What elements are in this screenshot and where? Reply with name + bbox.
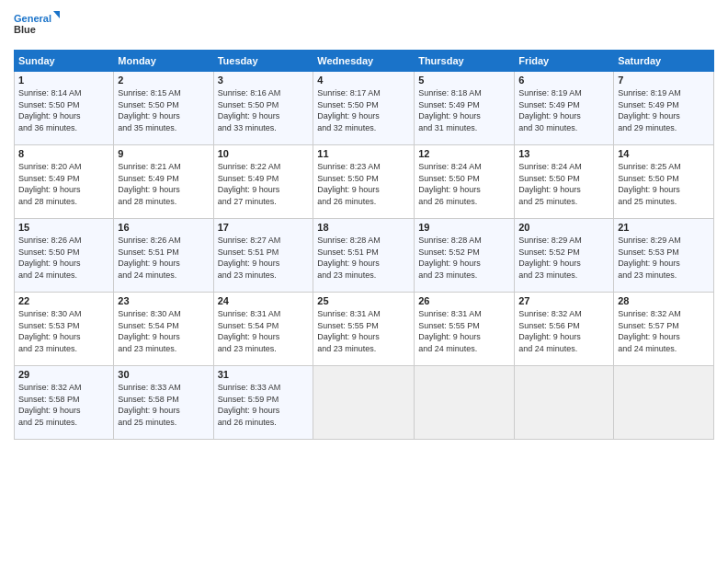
day-number: 26 [418, 295, 510, 306]
day-number: 10 [218, 148, 310, 159]
day-info: Sunrise: 8:32 AM Sunset: 5:58 PM Dayligh… [18, 382, 109, 428]
day-number: 30 [118, 369, 209, 380]
calendar-cell: 26Sunrise: 8:31 AM Sunset: 5:55 PM Dayli… [415, 293, 515, 366]
day-info: Sunrise: 8:27 AM Sunset: 5:51 PM Dayligh… [218, 235, 310, 281]
day-number: 16 [118, 222, 209, 233]
calendar-cell: 19Sunrise: 8:28 AM Sunset: 5:52 PM Dayli… [415, 219, 515, 293]
day-number: 3 [218, 75, 310, 86]
calendar-cell: 25Sunrise: 8:31 AM Sunset: 5:55 PM Dayli… [313, 293, 415, 366]
day-info: Sunrise: 8:19 AM Sunset: 5:49 PM Dayligh… [518, 87, 609, 133]
day-info: Sunrise: 8:25 AM Sunset: 5:50 PM Dayligh… [618, 161, 710, 207]
calendar-cell: 30Sunrise: 8:33 AM Sunset: 5:58 PM Dayli… [114, 366, 213, 440]
day-info: Sunrise: 8:21 AM Sunset: 5:49 PM Dayligh… [118, 161, 209, 207]
calendar-cell: 11Sunrise: 8:23 AM Sunset: 5:50 PM Dayli… [313, 145, 415, 219]
day-info: Sunrise: 8:15 AM Sunset: 5:50 PM Dayligh… [118, 87, 209, 133]
day-info: Sunrise: 8:29 AM Sunset: 5:52 PM Dayligh… [518, 235, 609, 281]
day-info: Sunrise: 8:17 AM Sunset: 5:50 PM Dayligh… [317, 87, 410, 133]
calendar-cell: 16Sunrise: 8:26 AM Sunset: 5:51 PM Dayli… [114, 219, 213, 293]
day-info: Sunrise: 8:18 AM Sunset: 5:49 PM Dayligh… [418, 87, 510, 133]
calendar-cell [313, 366, 415, 440]
calendar-cell: 18Sunrise: 8:28 AM Sunset: 5:51 PM Dayli… [313, 219, 415, 293]
calendar-cell [515, 366, 614, 440]
calendar-cell [614, 366, 714, 440]
logo-svg: General Blue [14, 9, 60, 42]
day-number: 25 [317, 295, 410, 306]
day-info: Sunrise: 8:33 AM Sunset: 5:58 PM Dayligh… [118, 382, 209, 428]
calendar-week-4: 22Sunrise: 8:30 AM Sunset: 5:53 PM Dayli… [15, 293, 714, 366]
calendar-cell: 28Sunrise: 8:32 AM Sunset: 5:57 PM Dayli… [614, 293, 714, 366]
day-info: Sunrise: 8:28 AM Sunset: 5:51 PM Dayligh… [317, 235, 410, 281]
day-info: Sunrise: 8:30 AM Sunset: 5:54 PM Dayligh… [118, 308, 209, 354]
svg-text:General: General [14, 13, 51, 24]
day-number: 20 [518, 222, 609, 233]
day-number: 29 [18, 369, 109, 380]
calendar-cell: 29Sunrise: 8:32 AM Sunset: 5:58 PM Dayli… [15, 366, 114, 440]
col-header-tuesday: Tuesday [213, 51, 313, 72]
day-info: Sunrise: 8:28 AM Sunset: 5:52 PM Dayligh… [418, 235, 510, 281]
day-number: 24 [218, 295, 310, 306]
day-number: 13 [518, 148, 609, 159]
day-number: 6 [518, 75, 609, 86]
day-number: 12 [418, 148, 510, 159]
calendar-week-5: 29Sunrise: 8:32 AM Sunset: 5:58 PM Dayli… [15, 366, 714, 440]
calendar-cell: 21Sunrise: 8:29 AM Sunset: 5:53 PM Dayli… [614, 219, 714, 293]
day-number: 15 [18, 222, 109, 233]
day-info: Sunrise: 8:30 AM Sunset: 5:53 PM Dayligh… [18, 308, 109, 354]
calendar-header-row: SundayMondayTuesdayWednesdayThursdayFrid… [15, 51, 714, 72]
calendar-cell: 22Sunrise: 8:30 AM Sunset: 5:53 PM Dayli… [15, 293, 114, 366]
day-info: Sunrise: 8:22 AM Sunset: 5:49 PM Dayligh… [218, 161, 310, 207]
day-info: Sunrise: 8:26 AM Sunset: 5:50 PM Dayligh… [18, 235, 109, 281]
day-info: Sunrise: 8:32 AM Sunset: 5:57 PM Dayligh… [618, 308, 710, 354]
calendar-cell: 14Sunrise: 8:25 AM Sunset: 5:50 PM Dayli… [614, 145, 714, 219]
logo: General Blue [14, 9, 60, 42]
day-number: 18 [317, 222, 410, 233]
calendar-cell: 17Sunrise: 8:27 AM Sunset: 5:51 PM Dayli… [213, 219, 313, 293]
calendar-cell: 20Sunrise: 8:29 AM Sunset: 5:52 PM Dayli… [515, 219, 614, 293]
svg-text:Blue: Blue [14, 24, 36, 35]
calendar-cell: 24Sunrise: 8:31 AM Sunset: 5:54 PM Dayli… [213, 293, 313, 366]
calendar-cell: 9Sunrise: 8:21 AM Sunset: 5:49 PM Daylig… [114, 145, 213, 219]
day-info: Sunrise: 8:26 AM Sunset: 5:51 PM Dayligh… [118, 235, 209, 281]
day-info: Sunrise: 8:14 AM Sunset: 5:50 PM Dayligh… [18, 87, 109, 133]
day-info: Sunrise: 8:19 AM Sunset: 5:49 PM Dayligh… [618, 87, 710, 133]
col-header-wednesday: Wednesday [313, 51, 415, 72]
calendar-cell: 7Sunrise: 8:19 AM Sunset: 5:49 PM Daylig… [614, 72, 714, 145]
day-number: 28 [618, 295, 710, 306]
day-number: 4 [317, 75, 410, 86]
day-info: Sunrise: 8:24 AM Sunset: 5:50 PM Dayligh… [418, 161, 510, 207]
calendar-cell: 2Sunrise: 8:15 AM Sunset: 5:50 PM Daylig… [114, 72, 213, 145]
calendar-cell: 5Sunrise: 8:18 AM Sunset: 5:49 PM Daylig… [415, 72, 515, 145]
day-info: Sunrise: 8:31 AM Sunset: 5:55 PM Dayligh… [418, 308, 510, 354]
day-number: 8 [18, 148, 109, 159]
col-header-friday: Friday [515, 51, 614, 72]
calendar-cell: 8Sunrise: 8:20 AM Sunset: 5:49 PM Daylig… [15, 145, 114, 219]
calendar-cell: 13Sunrise: 8:24 AM Sunset: 5:50 PM Dayli… [515, 145, 614, 219]
col-header-sunday: Sunday [15, 51, 114, 72]
day-number: 31 [218, 369, 310, 380]
page-container: General Blue SundayMondayTuesdayWednesda… [0, 0, 728, 563]
day-info: Sunrise: 8:20 AM Sunset: 5:49 PM Dayligh… [18, 161, 109, 207]
calendar-cell: 3Sunrise: 8:16 AM Sunset: 5:50 PM Daylig… [213, 72, 313, 145]
calendar-cell: 6Sunrise: 8:19 AM Sunset: 5:49 PM Daylig… [515, 72, 614, 145]
calendar-cell [415, 366, 515, 440]
day-number: 9 [118, 148, 209, 159]
calendar-cell: 31Sunrise: 8:33 AM Sunset: 5:59 PM Dayli… [213, 366, 313, 440]
day-number: 17 [218, 222, 310, 233]
calendar-cell: 1Sunrise: 8:14 AM Sunset: 5:50 PM Daylig… [15, 72, 114, 145]
day-number: 22 [18, 295, 109, 306]
day-info: Sunrise: 8:24 AM Sunset: 5:50 PM Dayligh… [518, 161, 609, 207]
day-number: 19 [418, 222, 510, 233]
day-number: 5 [418, 75, 510, 86]
svg-marker-1 [53, 11, 60, 18]
day-info: Sunrise: 8:31 AM Sunset: 5:55 PM Dayligh… [317, 308, 410, 354]
calendar-cell: 12Sunrise: 8:24 AM Sunset: 5:50 PM Dayli… [415, 145, 515, 219]
day-number: 27 [518, 295, 609, 306]
calendar-week-3: 15Sunrise: 8:26 AM Sunset: 5:50 PM Dayli… [15, 219, 714, 293]
day-info: Sunrise: 8:23 AM Sunset: 5:50 PM Dayligh… [317, 161, 410, 207]
calendar-table: SundayMondayTuesdayWednesdayThursdayFrid… [14, 50, 714, 440]
calendar-cell: 4Sunrise: 8:17 AM Sunset: 5:50 PM Daylig… [313, 72, 415, 145]
calendar-week-2: 8Sunrise: 8:20 AM Sunset: 5:49 PM Daylig… [15, 145, 714, 219]
day-info: Sunrise: 8:29 AM Sunset: 5:53 PM Dayligh… [618, 235, 710, 281]
col-header-thursday: Thursday [415, 51, 515, 72]
col-header-monday: Monday [114, 51, 213, 72]
